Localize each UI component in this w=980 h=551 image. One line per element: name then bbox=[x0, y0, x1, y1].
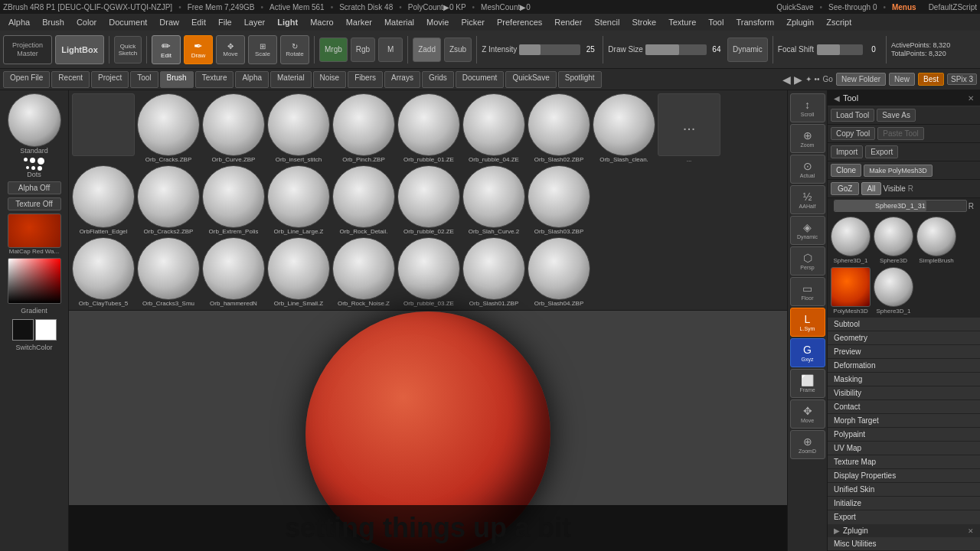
tool-item-3[interactable]: PolyMesh3D bbox=[831, 267, 871, 315]
new-btn[interactable]: New bbox=[889, 73, 915, 86]
menu-alpha[interactable]: Alpha bbox=[3, 16, 35, 28]
paste-tool-btn[interactable]: Paste Tool bbox=[877, 127, 924, 140]
menu-light[interactable]: Light bbox=[272, 16, 303, 28]
subtool-morph-target[interactable]: Morph Target bbox=[828, 414, 980, 428]
copy-tool-btn[interactable]: Copy Tool bbox=[831, 127, 875, 140]
subtool-masking[interactable]: Masking bbox=[828, 373, 980, 386]
dynamic-btn[interactable]: Dynamic bbox=[727, 37, 768, 62]
shelf-tab-brush[interactable]: Brush bbox=[160, 71, 194, 88]
rgb-btn[interactable]: Rgb bbox=[351, 37, 375, 62]
r-icon-zoomd[interactable]: ⊕ZoomD bbox=[790, 430, 825, 459]
menu-zscript[interactable]: Zscript bbox=[821, 16, 857, 28]
brush-thumb-OrbCracks3Smu[interactable] bbox=[137, 237, 200, 300]
brush-thumb-OrbCracks2ZBP[interactable] bbox=[137, 165, 200, 228]
move-btn[interactable]: ✥ Move bbox=[216, 35, 245, 64]
brush-thumb-OrbRockDetail[interactable] bbox=[332, 165, 395, 228]
brush-thumb-OrbSlash03ZBP[interactable] bbox=[528, 165, 590, 228]
import-btn[interactable]: Import bbox=[831, 145, 863, 158]
brush-thumb-Orbrubble04ZE[interactable] bbox=[462, 93, 525, 156]
brush-thumb-OrbSlahCurve2[interactable] bbox=[462, 165, 525, 228]
subtool-contact[interactable]: Contact bbox=[828, 400, 980, 414]
subtool-unified-skin[interactable]: Unified Skin bbox=[828, 483, 980, 497]
shelf-tab-grids[interactable]: Grids bbox=[422, 71, 454, 88]
shelf-tab-material[interactable]: Material bbox=[270, 71, 312, 88]
shelf-tab-spotlight[interactable]: Spotlight bbox=[558, 71, 602, 88]
menu-material[interactable]: Material bbox=[379, 16, 420, 28]
brush-thumb-Orbinsertstitch[interactable] bbox=[267, 93, 330, 156]
rp-close-btn[interactable]: ✕ bbox=[968, 94, 974, 103]
all-btn[interactable]: All bbox=[861, 182, 880, 195]
menu-marker[interactable]: Marker bbox=[341, 16, 377, 28]
brush-thumb-Orbrubble03ZE[interactable] bbox=[397, 237, 460, 300]
menu-render[interactable]: Render bbox=[549, 16, 587, 28]
menu-draw[interactable]: Draw bbox=[154, 16, 185, 28]
subtool-display-properties[interactable]: Display Properties bbox=[828, 469, 980, 483]
shelf-tab-noise[interactable]: Noise bbox=[313, 71, 347, 88]
r-icon-gxyz[interactable]: GGxyz bbox=[790, 338, 825, 367]
menu-zplugin[interactable]: Zplugin bbox=[781, 16, 819, 28]
brush-thumb-OrbSlash04ZBP[interactable] bbox=[528, 237, 590, 300]
brush-thumb-Orbrubble01ZE[interactable] bbox=[397, 93, 460, 156]
r-icon-actual[interactable]: ⊙Actual bbox=[790, 155, 825, 184]
subtool-initialize[interactable]: Initialize bbox=[828, 497, 980, 510]
subtool-subtool[interactable]: Subtool bbox=[828, 318, 980, 331]
subtool-deformation[interactable]: Deformation bbox=[828, 359, 980, 373]
brush-thumb-OrbhammeredN[interactable] bbox=[202, 237, 265, 300]
tool-item-4[interactable]: Sphere3D_1 bbox=[874, 267, 913, 315]
menu-macro[interactable]: Macro bbox=[305, 16, 339, 28]
clone-btn[interactable]: Clone bbox=[831, 164, 861, 177]
edit-btn[interactable]: ✏ Edit bbox=[152, 35, 181, 64]
brush-thumb-OrbExtremPolis[interactable] bbox=[202, 165, 265, 228]
arrow-right-btn[interactable]: ▶ bbox=[794, 73, 802, 86]
shelf-tab-project[interactable]: Project bbox=[91, 71, 129, 88]
brush-thumb-OrbPinchZBP[interactable] bbox=[332, 93, 395, 156]
shelf-tab-open-file[interactable]: Open File bbox=[3, 71, 50, 88]
zadd-btn[interactable]: Zadd bbox=[413, 37, 441, 62]
matcap-btn[interactable]: MatCap Red Wa... bbox=[8, 214, 61, 255]
menu-stroke[interactable]: Stroke bbox=[626, 16, 662, 28]
zplugin-header[interactable]: ▶ Zplugin ✕ bbox=[828, 523, 980, 537]
misc-utilities-btn[interactable]: Misc Utilities bbox=[828, 537, 980, 551]
brush-thumb-OrbFlattenEdgel[interactable] bbox=[72, 165, 135, 228]
r-icon-floor[interactable]: ▭Floor bbox=[790, 277, 825, 306]
brush-thumb-OrbLineLargeZ[interactable] bbox=[267, 165, 330, 228]
brush-thumb-OrbCurveZBP[interactable] bbox=[202, 93, 265, 156]
r-icon-aahalf[interactable]: ½AAHalf bbox=[790, 185, 825, 214]
brush-thumb-OrbLineSmallZ[interactable] bbox=[267, 237, 330, 300]
brush-thumb-OrbCracksZBP[interactable] bbox=[137, 93, 200, 156]
new-folder-btn[interactable]: New Folder bbox=[836, 73, 886, 86]
shelf-tab-arrays[interactable]: Arrays bbox=[384, 71, 420, 88]
save-as-btn[interactable]: Save As bbox=[877, 109, 916, 122]
draw-size-slider[interactable] bbox=[645, 44, 707, 55]
make-polymesh-btn[interactable]: Make PolyMesh3D bbox=[864, 165, 933, 177]
star-btn[interactable]: ✦ bbox=[805, 75, 812, 83]
subtool-polypaint[interactable]: Polypaint bbox=[828, 428, 980, 442]
r-icon-move[interactable]: ✥Move bbox=[790, 399, 825, 429]
tool-item-1[interactable]: Sphere3D bbox=[874, 217, 913, 264]
brush-preview-small[interactable] bbox=[72, 93, 135, 156]
stroke-preview[interactable]: Dots bbox=[24, 158, 44, 178]
lightbox-btn[interactable]: LightBox bbox=[55, 35, 104, 64]
brush-thumb-OrbSlash02ZBP[interactable] bbox=[528, 93, 590, 156]
r-icon-persp[interactable]: ⬡Persp bbox=[790, 246, 825, 276]
tool-blend-slider[interactable]: Sphere3D_1_31 bbox=[834, 200, 967, 212]
subtool-visibility[interactable]: Visibility bbox=[828, 386, 980, 400]
subtool-uv-map[interactable]: UV Map bbox=[828, 442, 980, 455]
menu-file[interactable]: File bbox=[213, 16, 237, 28]
texture-off-btn[interactable]: Texture Off bbox=[8, 197, 61, 210]
arrow-left-btn[interactable]: ◀ bbox=[782, 73, 791, 86]
menu-brush[interactable]: Brush bbox=[37, 16, 70, 28]
menu-movie[interactable]: Movie bbox=[421, 16, 454, 28]
m-btn[interactable]: M bbox=[378, 37, 403, 62]
rotate-btn[interactable]: ↻ Rotate bbox=[280, 35, 309, 64]
foreground-color[interactable] bbox=[12, 319, 34, 341]
best-btn[interactable]: Best bbox=[918, 73, 944, 86]
menu-tool[interactable]: Tool bbox=[703, 16, 729, 28]
quick-save-btn[interactable]: QuickSave bbox=[776, 3, 813, 11]
dot-dot-btn[interactable]: •• bbox=[815, 75, 820, 83]
see-through[interactable]: See-through 0 bbox=[828, 3, 877, 11]
menu-texture[interactable]: Texture bbox=[663, 16, 701, 28]
r-icon-zoom[interactable]: ⊕Zoom bbox=[790, 124, 825, 153]
shelf-tab-recent[interactable]: Recent bbox=[51, 71, 90, 88]
mrgb-btn[interactable]: Mrgb bbox=[319, 37, 348, 62]
